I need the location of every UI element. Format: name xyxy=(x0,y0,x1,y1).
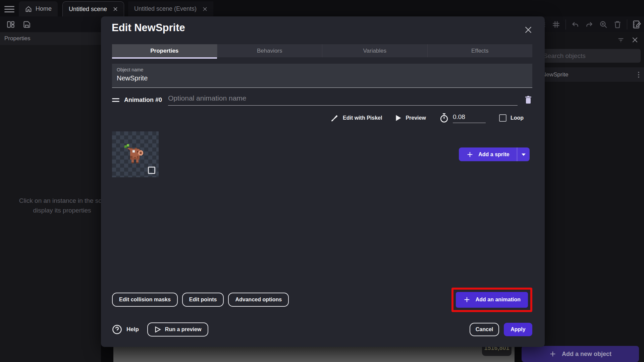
time-between-frames-input[interactable] xyxy=(453,113,486,123)
toolbar-divider xyxy=(627,19,627,29)
loop-label: Loop xyxy=(511,115,524,121)
close-tab-icon[interactable] xyxy=(203,7,207,11)
edit-scene-properties-icon[interactable] xyxy=(632,20,641,29)
animation-tools-row: Edit with Piskel Preview Loop xyxy=(112,111,532,125)
brush-icon xyxy=(331,114,339,122)
object-name-input[interactable] xyxy=(117,74,528,82)
add-animation-button[interactable]: Add an animation xyxy=(456,292,528,308)
tab-variables[interactable]: Variables xyxy=(322,44,427,57)
edit-sprite-dialog: Edit NewSprite Properties Behaviors Vari… xyxy=(101,16,545,347)
tab-properties[interactable]: Properties xyxy=(112,44,217,57)
objects-search-input[interactable] xyxy=(543,52,637,60)
help-button[interactable]: Help xyxy=(112,324,139,335)
tab-behaviors[interactable]: Behaviors xyxy=(217,44,322,57)
highlight-annotation: Add an animation xyxy=(451,288,532,312)
save-icon[interactable] xyxy=(22,20,32,29)
edit-points-button[interactable]: Edit points xyxy=(182,293,224,307)
plus-icon xyxy=(466,151,474,158)
dialog-title: Edit NewSprite xyxy=(112,22,185,34)
timer-icon xyxy=(439,113,449,123)
preview-animation-button[interactable]: Preview xyxy=(395,115,426,121)
dialog-main-actions: Help Run a preview Cancel Apply xyxy=(112,322,532,337)
animation-name-input[interactable] xyxy=(168,94,518,106)
drag-handle-icon[interactable] xyxy=(112,97,120,104)
filter-icon[interactable] xyxy=(617,36,625,44)
grid-icon[interactable] xyxy=(551,20,561,29)
zoom-in-icon[interactable] xyxy=(599,20,608,29)
home-icon xyxy=(25,5,32,13)
chevron-down-icon xyxy=(521,153,526,156)
edit-collision-masks-button[interactable]: Edit collision masks xyxy=(112,293,178,307)
app-root: Home Untitled scene Untitled scene (Even… xyxy=(0,0,644,362)
object-name-field-label: Object name xyxy=(117,67,528,72)
object-name-field: Object name xyxy=(112,64,532,88)
help-icon xyxy=(112,324,122,335)
undo-icon[interactable] xyxy=(571,20,580,29)
add-sprite-button[interactable]: Add a sprite xyxy=(459,147,530,161)
delete-icon[interactable] xyxy=(613,20,622,29)
tab-home[interactable]: Home xyxy=(19,1,58,16)
scene-canvas[interactable] xyxy=(113,347,515,362)
properties-panel: Properties Click on an instance in the s… xyxy=(0,32,101,362)
edit-with-piskel-button[interactable]: Edit with Piskel xyxy=(331,114,382,122)
play-outline-icon xyxy=(154,326,161,333)
object-name-label: NewSprite xyxy=(542,71,568,78)
objects-search-box xyxy=(539,49,641,63)
cancel-button[interactable]: Cancel xyxy=(470,323,499,336)
tab-home-label: Home xyxy=(36,5,52,12)
frame-select-checkbox[interactable] xyxy=(148,167,155,174)
dialog-secondary-actions: Edit collision masks Edit points Advance… xyxy=(112,287,532,313)
sprite-thumbnail-image xyxy=(121,139,149,168)
tab-untitled-scene-events-label: Untitled scene (Events) xyxy=(134,5,197,12)
apply-button[interactable]: Apply xyxy=(504,323,532,336)
add-new-object-button[interactable]: Add a new object xyxy=(522,346,639,362)
delete-animation-icon[interactable] xyxy=(524,96,532,104)
animation-row: Animation #0 xyxy=(112,93,532,107)
loop-checkbox[interactable] xyxy=(499,114,506,122)
plus-icon xyxy=(463,296,471,303)
tab-untitled-scene[interactable]: Untitled scene xyxy=(62,1,124,16)
main-menu-icon[interactable] xyxy=(4,4,14,12)
run-preview-button[interactable]: Run a preview xyxy=(147,322,208,337)
tab-effects[interactable]: Effects xyxy=(427,44,533,57)
play-icon xyxy=(395,115,401,121)
plus-icon xyxy=(549,350,556,358)
dialog-tabs: Properties Behaviors Variables Effects xyxy=(112,44,532,57)
objects-panel: NewSprite xyxy=(537,32,644,362)
close-tab-icon[interactable] xyxy=(113,7,118,11)
properties-panel-title: Properties xyxy=(0,32,101,45)
dialog-close-icon[interactable] xyxy=(523,25,533,35)
redo-icon[interactable] xyxy=(585,20,594,29)
tab-untitled-scene-label: Untitled scene xyxy=(69,6,107,13)
open-panels-icon[interactable] xyxy=(6,20,15,29)
add-new-object-label: Add a new object xyxy=(562,351,611,358)
toolbar-divider xyxy=(566,19,566,29)
advanced-options-button[interactable]: Advanced options xyxy=(228,293,289,307)
object-menu-icon[interactable] xyxy=(638,72,639,78)
add-sprite-dropdown[interactable] xyxy=(517,147,530,161)
tab-untitled-scene-events[interactable]: Untitled scene (Events) xyxy=(128,1,213,16)
object-list-item[interactable]: NewSprite xyxy=(537,67,644,82)
add-sprite-label: Add a sprite xyxy=(478,152,509,158)
sprite-frame-thumbnail[interactable] xyxy=(112,131,159,177)
top-tab-bar: Home Untitled scene Untitled scene (Even… xyxy=(0,0,644,16)
close-panel-icon[interactable] xyxy=(632,37,638,43)
animation-label: Animation #0 xyxy=(124,97,162,104)
